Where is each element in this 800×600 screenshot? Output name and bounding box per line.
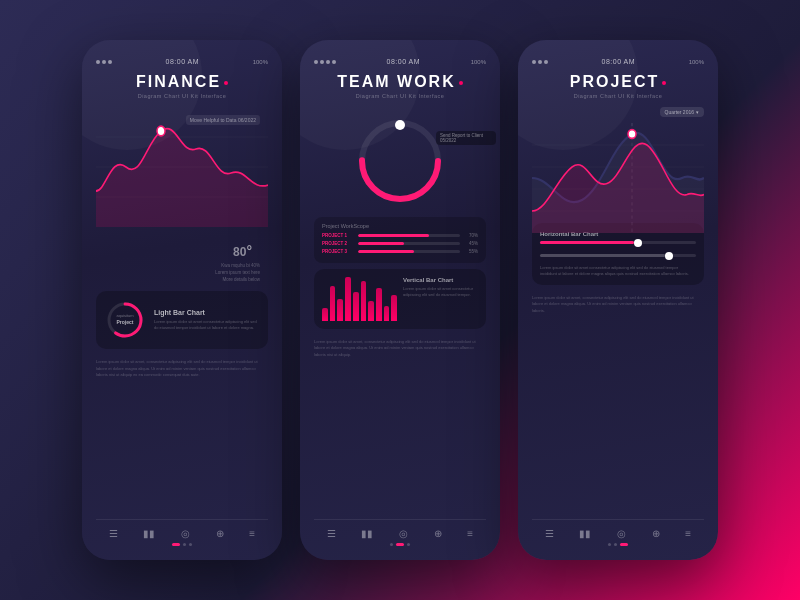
nav-dot-active: [172, 543, 180, 546]
bar-4: [345, 277, 351, 321]
project-line-chart-area: Quarter 2016 ▾: [532, 107, 704, 217]
nav-shield-icon[interactable]: ◎: [181, 528, 190, 539]
dot3: [108, 60, 112, 64]
teamwork-subtitle: Diagram Chart UI Kit Interface: [314, 93, 486, 99]
status-dots-tw: [314, 60, 336, 64]
teamwork-ring-svg: [350, 111, 450, 211]
finance-card-text: Light Bar Chart Lorem ipsum dolor sit am…: [154, 309, 260, 331]
project-dropdown[interactable]: Quarter 2016 ▾: [660, 107, 704, 117]
status-bar-project: 08:00 AM 100%: [532, 58, 704, 65]
project-val-2: 45%: [464, 241, 478, 246]
teamwork-nav-dots: [314, 543, 486, 546]
dot3: [544, 60, 548, 64]
dot2: [102, 60, 106, 64]
bar-10: [391, 295, 397, 321]
bars-chart: [322, 277, 397, 321]
project-nav-dots: [532, 543, 704, 546]
slider-thumb-1[interactable]: [634, 239, 642, 247]
nav-shield-icon-pr[interactable]: ◎: [617, 528, 626, 539]
finance-chart-label: Move Helpful to Data 06/2022: [186, 115, 260, 125]
project-title: PROJECT: [532, 73, 704, 91]
project-fill-2: [358, 242, 404, 245]
slider-fill-2: [540, 254, 665, 257]
bar-3: [337, 299, 343, 321]
project-track-3: [358, 250, 460, 253]
nav-menu-icon-pr[interactable]: ☰: [545, 528, 554, 539]
nav-list-icon[interactable]: ≡: [249, 528, 255, 539]
finance-title: FINANCE: [96, 73, 268, 91]
project-item-1: PROJECT 1 70%: [322, 233, 478, 238]
bar-1: [322, 308, 328, 321]
finance-subtitle: Diagram Chart UI Kit Interface: [96, 93, 268, 99]
nav-dot-tw-3: [407, 543, 410, 546]
nav-bar-icon[interactable]: ▮▮: [143, 528, 155, 539]
finance-card: aquisitum Project Light Bar Chart Lorem …: [96, 291, 268, 349]
status-dots-pr: [532, 60, 548, 64]
status-time-finance: 08:00 AM: [166, 58, 200, 65]
send-label: Send Report to Client 05/2022: [436, 131, 496, 145]
nav-search-icon[interactable]: ⊕: [216, 528, 224, 539]
nav-dot-3: [189, 543, 192, 546]
slider-track-1: [540, 241, 696, 244]
finance-circle-chart: aquisitum Project: [104, 299, 146, 341]
teamwork-lorem: Lorem ipsum dolor sit amet, consectetur …: [314, 339, 486, 519]
bar-9: [384, 306, 390, 321]
nav-bar-icon-tw[interactable]: ▮▮: [361, 528, 373, 539]
svg-point-10: [395, 120, 405, 130]
slider-desc: Lorem ipsum dolor sit amet consectetur a…: [540, 265, 696, 277]
bar-2: [330, 286, 336, 321]
dot2: [538, 60, 542, 64]
finance-lorem: Lorem ipsum dolor sit amet, consectetur …: [96, 359, 268, 519]
nav-dot-pr-1: [608, 543, 611, 546]
phone-teamwork: 08:00 AM 100% TEAM WORK Diagram Chart UI…: [300, 40, 500, 560]
teamwork-title: TEAM WORK: [314, 73, 486, 91]
project-fill-3: [358, 250, 414, 253]
finance-nav-dots: [96, 543, 268, 546]
project-label-3: PROJECT 3: [322, 249, 354, 254]
nav-list-icon-tw[interactable]: ≡: [467, 528, 473, 539]
dot1: [96, 60, 100, 64]
project-track-1: [358, 234, 460, 237]
svg-text:Project: Project: [117, 319, 134, 325]
finance-big-number: 80°: [233, 233, 252, 261]
project-item-2: PROJECT 2 45%: [322, 241, 478, 246]
project-line-svg: [532, 123, 704, 233]
nav-search-icon-pr[interactable]: ⊕: [652, 528, 660, 539]
project-bottom-nav: ☰ ▮▮ ◎ ⊕ ≡: [532, 519, 704, 539]
nav-search-icon-tw[interactable]: ⊕: [434, 528, 442, 539]
finance-wave-svg: [96, 107, 268, 227]
project-val-3: 55%: [464, 249, 478, 254]
teamwork-ring-chart-area: Send Report to Client 05/2022: [314, 111, 486, 211]
svg-text:aquisitum: aquisitum: [116, 313, 134, 318]
status-bar-finance: 08:00 AM 100%: [96, 58, 268, 65]
project-val-1: 70%: [464, 233, 478, 238]
title-dot: [224, 81, 228, 85]
nav-list-icon-pr[interactable]: ≡: [685, 528, 691, 539]
status-battery-finance: 100%: [253, 59, 268, 65]
bars-card-title: Vertical Bar Chart: [403, 277, 478, 283]
bar-6: [361, 281, 367, 321]
dot4: [332, 60, 336, 64]
project-item-3: PROJECT 3 55%: [322, 249, 478, 254]
bar-5: [353, 292, 359, 321]
finance-card-title: Light Bar Chart: [154, 309, 260, 316]
dot1: [314, 60, 318, 64]
nav-bar-icon-pr[interactable]: ▮▮: [579, 528, 591, 539]
finance-card-desc: Lorem ipsum dolor sit amet consectetur a…: [154, 319, 260, 331]
nav-shield-icon-tw[interactable]: ◎: [399, 528, 408, 539]
slider-thumb-2[interactable]: [665, 252, 673, 260]
nav-dot-2: [183, 543, 186, 546]
project-label-1: PROJECT 1: [322, 233, 354, 238]
slider-track-2: [540, 254, 696, 257]
bar-7: [368, 301, 374, 321]
dot3: [326, 60, 330, 64]
title-dot-tw: [459, 81, 463, 85]
nav-menu-icon-tw[interactable]: ☰: [327, 528, 336, 539]
nav-menu-icon[interactable]: ☰: [109, 528, 118, 539]
status-time-tw: 08:00 AM: [387, 58, 421, 65]
project-label-2: PROJECT 2: [322, 241, 354, 246]
project-list: Project WorkScope PROJECT 1 70% PROJECT …: [314, 217, 486, 263]
teamwork-bottom-nav: ☰ ▮▮ ◎ ⊕ ≡: [314, 519, 486, 539]
vertical-bars-card: Vertical Bar Chart Lorem ipsum dolor sit…: [314, 269, 486, 329]
svg-point-3: [157, 126, 165, 136]
